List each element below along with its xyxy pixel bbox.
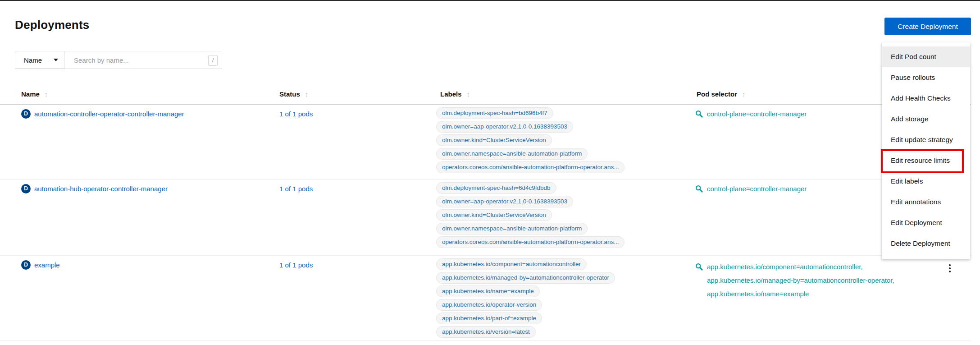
label-chip[interactable]: app.kubernetes.io/component=automationco… (436, 258, 587, 270)
deployment-resource-badge: D (21, 184, 31, 193)
label-chip[interactable]: app.kubernetes.io/part-of=example (436, 313, 542, 324)
pod-selector-link[interactable]: app.kubernetes.io/name=example (707, 287, 971, 301)
label-chip[interactable]: olm.deployment-spec-hash=6d4c9fdbdb (436, 182, 556, 194)
kebab-menu-icon[interactable] (946, 262, 953, 274)
deployment-name-cell: Dexample (21, 256, 279, 340)
table-row: Dautomation-hub-operator-controller-mana… (0, 179, 971, 256)
label-chip[interactable]: operators.coreos.com/ansible-automation-… (436, 236, 624, 248)
label-chip[interactable]: app.kubernetes.io/managed-by=automationc… (436, 272, 615, 284)
filter-type-dropdown[interactable]: Name (15, 51, 65, 69)
label-chip[interactable]: operators.coreos.com/ansible-automation-… (436, 161, 624, 173)
menu-item-edit-labels[interactable]: Edit labels (882, 171, 970, 192)
label-chip[interactable]: olm.deployment-spec-hash=bd696b4f7 (436, 107, 553, 119)
menu-item-add-storage[interactable]: Add storage (882, 109, 970, 129)
status-cell: 1 of 1 pods (279, 105, 436, 179)
menu-item-edit-update-strategy[interactable]: Edit update strategy (882, 129, 970, 150)
chevron-down-icon (54, 59, 58, 61)
deployment-resource-badge: D (21, 109, 31, 119)
menu-item-edit-deployment[interactable]: Edit Deployment (882, 212, 970, 233)
label-chip[interactable]: olm.owner.namespace=ansible-automation-p… (436, 223, 588, 235)
search-input[interactable] (65, 51, 222, 69)
menu-item-edit-annotations[interactable]: Edit annotations (882, 192, 970, 212)
pods-status-link[interactable]: 1 of 1 pods (279, 185, 313, 193)
sort-icon: ↕ (742, 90, 746, 98)
search-icon (695, 263, 703, 272)
labels-cell: olm.deployment-spec-hash=bd696b4f7olm.ow… (436, 105, 695, 179)
deployment-name-link[interactable]: automation-controller-operator-controlle… (34, 109, 184, 119)
menu-item-pause-rollouts[interactable]: Pause rollouts (882, 67, 970, 88)
table-row: Dexample1 of 1 podsapp.kubernetes.io/com… (0, 256, 971, 340)
label-chip[interactable]: app.kubernetes.io/name=example (436, 285, 540, 297)
menu-item-delete-deployment[interactable]: Delete Deployment (882, 233, 970, 254)
create-deployment-button[interactable]: Create Deployment (884, 18, 971, 35)
table-row: Dautomation-controller-operator-controll… (0, 105, 971, 179)
menu-item-add-health-checks[interactable]: Add Health Checks (882, 88, 970, 109)
pods-status-link[interactable]: 1 of 1 pods (279, 261, 313, 269)
search-icon (695, 110, 703, 120)
label-chip[interactable]: app.kubernetes.io/operator-version (436, 299, 542, 311)
labels-cell: olm.deployment-spec-hash=6d4c9fdbdbolm.o… (436, 179, 695, 255)
deployment-name-cell: Dautomation-hub-operator-controller-mana… (21, 179, 279, 255)
column-header-name[interactable]: Name ↕ (21, 90, 279, 98)
label-chip[interactable]: olm.owner.kind=ClusterServiceVersion (436, 209, 552, 221)
label-chip[interactable]: app.kubernetes.io/version=latest (436, 326, 536, 338)
column-header-status[interactable]: Status ↕ (279, 90, 436, 98)
status-cell: 1 of 1 pods (279, 256, 436, 340)
deployment-name-link[interactable]: automation-hub-operator-controller-manag… (34, 184, 168, 194)
labels-cell: app.kubernetes.io/component=automationco… (436, 256, 695, 340)
sort-icon: ↕ (45, 90, 48, 98)
menu-item-edit-pod-count[interactable]: Edit Pod count (882, 46, 970, 67)
filter-type-label: Name (24, 56, 42, 64)
pod-selector-link[interactable]: app.kubernetes.io/component=automationco… (707, 260, 971, 274)
label-chip[interactable]: olm.owner=aap-operator.v2.1.0-0.16383935… (436, 196, 573, 207)
column-header-labels[interactable]: Labels ↕ (436, 90, 695, 98)
pod-selector-link[interactable]: app.kubernetes.io/managed-by=automationc… (707, 274, 971, 287)
slash-shortcut-badge: / (208, 55, 218, 66)
pods-status-link[interactable]: 1 of 1 pods (279, 110, 313, 118)
masthead-edge (0, 0, 980, 1)
label-chip[interactable]: olm.owner.kind=ClusterServiceVersion (436, 134, 552, 146)
label-chip[interactable]: olm.owner.namespace=ansible-automation-p… (436, 148, 588, 160)
search-field-wrap: / (65, 51, 222, 69)
menu-item-edit-resource-limits[interactable]: Edit resource limits (882, 150, 970, 171)
sort-icon: ↕ (467, 90, 470, 98)
deployment-name-cell: Dautomation-controller-operator-controll… (21, 105, 279, 179)
deployment-actions-menu: Edit Pod countPause rolloutsAdd Health C… (882, 42, 970, 259)
filter-toolbar: Name / (15, 51, 222, 69)
status-cell: 1 of 1 pods (279, 179, 436, 255)
search-icon (695, 185, 703, 194)
table-header-row: Name ↕ Status ↕ Labels ↕ Pod selector ↕ (0, 84, 971, 105)
deployments-page: Deployments Create Deployment Name / Nam… (0, 0, 980, 345)
deployment-resource-badge: D (21, 260, 31, 270)
sort-icon: ↕ (305, 90, 309, 98)
deployment-name-link[interactable]: example (34, 260, 60, 270)
page-title: Deployments (15, 18, 89, 32)
label-chip[interactable]: olm.owner=aap-operator.v2.1.0-0.16383935… (436, 121, 573, 133)
pod-selector-cell: app.kubernetes.io/component=automationco… (695, 256, 971, 340)
